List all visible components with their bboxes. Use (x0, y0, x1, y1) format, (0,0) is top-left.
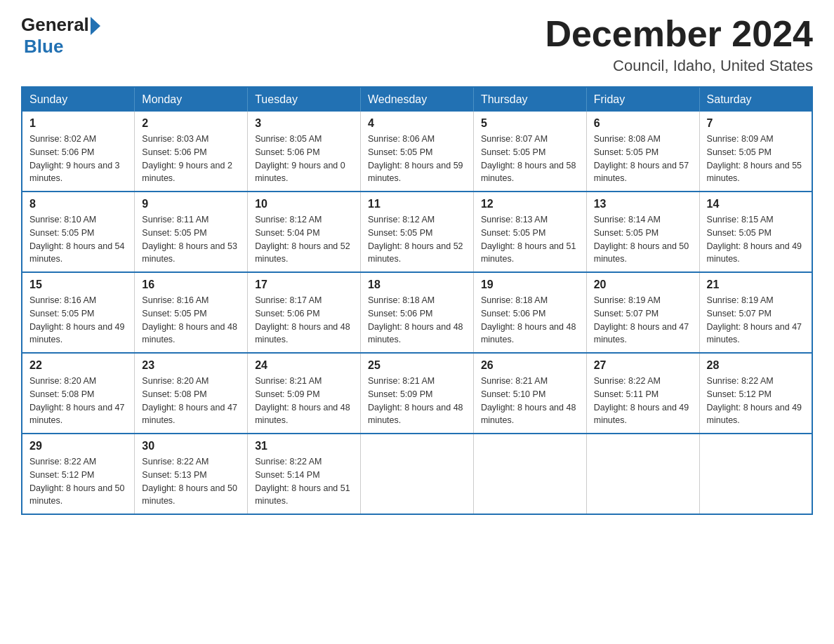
sunrise-text: Sunrise: 8:21 AM (481, 375, 579, 388)
day-info: Sunrise: 8:16 AMSunset: 5:05 PMDaylight:… (142, 294, 240, 347)
calendar-cell (473, 434, 586, 514)
sunset-text: Sunset: 5:07 PM (707, 307, 805, 321)
daylight-text: Daylight: 8 hours and 51 minutes. (481, 240, 579, 267)
calendar-cell: 6Sunrise: 8:08 AMSunset: 5:05 PMDaylight… (586, 112, 699, 192)
daylight-text: Daylight: 8 hours and 50 minutes. (29, 482, 127, 509)
sunrise-text: Sunrise: 8:12 AM (255, 213, 353, 227)
calendar-cell: 17Sunrise: 8:17 AMSunset: 5:06 PMDayligh… (248, 272, 361, 353)
daylight-text: Daylight: 8 hours and 59 minutes. (368, 159, 466, 186)
sunset-text: Sunset: 5:07 PM (594, 307, 692, 321)
day-number: 25 (368, 359, 466, 372)
sunrise-text: Sunrise: 8:14 AM (594, 213, 692, 227)
daylight-text: Daylight: 8 hours and 49 minutes. (29, 321, 127, 347)
calendar-cell: 9Sunrise: 8:11 AMSunset: 5:05 PMDaylight… (135, 192, 248, 272)
weekday-header-wednesday: Wednesday (361, 87, 474, 112)
sunrise-text: Sunrise: 8:20 AM (142, 375, 240, 388)
sunset-text: Sunset: 5:06 PM (142, 146, 240, 159)
day-number: 18 (368, 279, 466, 291)
sunset-text: Sunset: 5:14 PM (255, 469, 353, 482)
calendar-cell: 27Sunrise: 8:22 AMSunset: 5:11 PMDayligh… (586, 353, 699, 434)
day-info: Sunrise: 8:02 AMSunset: 5:06 PMDaylight:… (29, 133, 127, 185)
sunset-text: Sunset: 5:09 PM (255, 388, 353, 401)
sunrise-text: Sunrise: 8:02 AM (29, 133, 127, 146)
sunrise-text: Sunrise: 8:05 AM (255, 133, 353, 146)
calendar-cell (699, 434, 812, 514)
sunset-text: Sunset: 5:13 PM (142, 469, 240, 482)
day-info: Sunrise: 8:16 AMSunset: 5:05 PMDaylight:… (29, 294, 127, 347)
day-info: Sunrise: 8:06 AMSunset: 5:05 PMDaylight:… (368, 133, 466, 185)
month-title: December 2024 (545, 14, 813, 54)
sunset-text: Sunset: 5:12 PM (29, 469, 127, 482)
day-info: Sunrise: 8:09 AMSunset: 5:05 PMDaylight:… (707, 133, 805, 185)
sunrise-text: Sunrise: 8:19 AM (707, 294, 805, 307)
daylight-text: Daylight: 8 hours and 54 minutes. (29, 240, 127, 267)
sunset-text: Sunset: 5:06 PM (29, 146, 127, 159)
day-info: Sunrise: 8:13 AMSunset: 5:05 PMDaylight:… (481, 213, 579, 266)
day-number: 11 (368, 198, 466, 210)
day-info: Sunrise: 8:11 AMSunset: 5:05 PMDaylight:… (142, 213, 240, 266)
sunrise-text: Sunrise: 8:18 AM (368, 294, 466, 307)
sunset-text: Sunset: 5:06 PM (255, 307, 353, 321)
daylight-text: Daylight: 8 hours and 49 minutes. (707, 240, 805, 267)
day-number: 7 (707, 117, 805, 130)
daylight-text: Daylight: 8 hours and 49 minutes. (594, 401, 692, 428)
day-number: 1 (29, 117, 127, 130)
day-number: 5 (481, 117, 579, 130)
day-info: Sunrise: 8:19 AMSunset: 5:07 PMDaylight:… (707, 294, 805, 347)
day-number: 3 (255, 117, 353, 130)
daylight-text: Daylight: 8 hours and 49 minutes. (707, 401, 805, 428)
daylight-text: Daylight: 8 hours and 48 minutes. (368, 321, 466, 347)
day-number: 2 (142, 117, 240, 130)
calendar-cell: 7Sunrise: 8:09 AMSunset: 5:05 PMDaylight… (699, 112, 812, 192)
sunset-text: Sunset: 5:11 PM (594, 388, 692, 401)
sunrise-text: Sunrise: 8:16 AM (142, 294, 240, 307)
sunrise-text: Sunrise: 8:10 AM (29, 213, 127, 227)
calendar-cell: 11Sunrise: 8:12 AMSunset: 5:05 PMDayligh… (361, 192, 474, 272)
day-number: 8 (29, 198, 127, 210)
sunrise-text: Sunrise: 8:18 AM (481, 294, 579, 307)
daylight-text: Daylight: 8 hours and 48 minutes. (255, 401, 353, 428)
sunrise-text: Sunrise: 8:11 AM (142, 213, 240, 227)
daylight-text: Daylight: 8 hours and 52 minutes. (368, 240, 466, 267)
sunrise-text: Sunrise: 8:21 AM (368, 375, 466, 388)
day-number: 6 (594, 117, 692, 130)
sunset-text: Sunset: 5:05 PM (481, 146, 579, 159)
sunrise-text: Sunrise: 8:07 AM (481, 133, 579, 146)
sunset-text: Sunset: 5:04 PM (255, 227, 353, 240)
calendar-cell (586, 434, 699, 514)
sunrise-text: Sunrise: 8:09 AM (707, 133, 805, 146)
sunset-text: Sunset: 5:05 PM (29, 307, 127, 321)
calendar-week-row: 8Sunrise: 8:10 AMSunset: 5:05 PMDaylight… (22, 192, 812, 272)
daylight-text: Daylight: 8 hours and 47 minutes. (29, 401, 127, 428)
sunset-text: Sunset: 5:05 PM (707, 146, 805, 159)
day-number: 20 (594, 279, 692, 291)
day-info: Sunrise: 8:20 AMSunset: 5:08 PMDaylight:… (29, 375, 127, 427)
day-info: Sunrise: 8:22 AMSunset: 5:14 PMDaylight:… (255, 455, 353, 508)
calendar-cell: 20Sunrise: 8:19 AMSunset: 5:07 PMDayligh… (586, 272, 699, 353)
daylight-text: Daylight: 8 hours and 55 minutes. (707, 159, 805, 186)
day-number: 24 (255, 359, 353, 372)
page-header: General Blue December 2024 Council, Idah… (21, 14, 813, 75)
calendar-week-row: 29Sunrise: 8:22 AMSunset: 5:12 PMDayligh… (22, 434, 812, 514)
day-number: 29 (29, 440, 127, 452)
location-subtitle: Council, Idaho, United States (545, 57, 813, 75)
logo-general-text: General (21, 14, 89, 36)
calendar-cell: 30Sunrise: 8:22 AMSunset: 5:13 PMDayligh… (135, 434, 248, 514)
calendar-week-row: 15Sunrise: 8:16 AMSunset: 5:05 PMDayligh… (22, 272, 812, 353)
sunset-text: Sunset: 5:09 PM (368, 388, 466, 401)
daylight-text: Daylight: 8 hours and 50 minutes. (142, 482, 240, 509)
day-number: 13 (594, 198, 692, 210)
day-info: Sunrise: 8:22 AMSunset: 5:12 PMDaylight:… (707, 375, 805, 427)
calendar-cell: 12Sunrise: 8:13 AMSunset: 5:05 PMDayligh… (473, 192, 586, 272)
daylight-text: Daylight: 9 hours and 3 minutes. (29, 159, 127, 186)
calendar-cell: 3Sunrise: 8:05 AMSunset: 5:06 PMDaylight… (248, 112, 361, 192)
day-info: Sunrise: 8:10 AMSunset: 5:05 PMDaylight:… (29, 213, 127, 266)
day-info: Sunrise: 8:08 AMSunset: 5:05 PMDaylight:… (594, 133, 692, 185)
weekday-header-monday: Monday (135, 87, 248, 112)
sunrise-text: Sunrise: 8:22 AM (29, 455, 127, 469)
day-info: Sunrise: 8:17 AMSunset: 5:06 PMDaylight:… (255, 294, 353, 347)
sunset-text: Sunset: 5:05 PM (29, 227, 127, 240)
daylight-text: Daylight: 8 hours and 52 minutes. (255, 240, 353, 267)
calendar-cell: 24Sunrise: 8:21 AMSunset: 5:09 PMDayligh… (248, 353, 361, 434)
sunrise-text: Sunrise: 8:06 AM (368, 133, 466, 146)
